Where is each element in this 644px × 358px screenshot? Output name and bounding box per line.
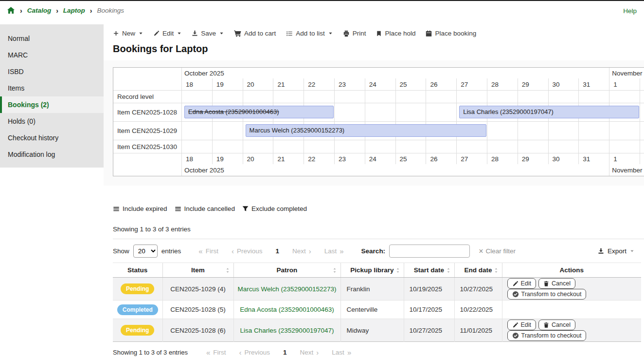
pagination-last[interactable]: Last» (324, 247, 344, 255)
edit-button[interactable]: Edit (507, 278, 537, 289)
new-button[interactable]: New (113, 30, 143, 37)
actions-cell (502, 301, 641, 319)
table-row: PendingCEN2025-1029 (4)Marcus Welch (235… (113, 278, 641, 301)
edit-button[interactable]: Edit (153, 30, 181, 37)
column-header-start-date[interactable]: Start date (404, 263, 454, 278)
edit-button[interactable]: Edit (507, 320, 537, 330)
place-booking-button[interactable]: Place booking (426, 30, 476, 37)
save-button[interactable]: Save (192, 30, 224, 37)
sidebar-item-bookings-2[interactable]: Bookings (2) (0, 96, 104, 113)
column-header-label: Patron (277, 266, 298, 274)
trash-icon (543, 281, 549, 287)
pagination-current-page[interactable]: 1 (283, 349, 287, 356)
sidebar-item-marc[interactable]: MARC (0, 47, 104, 63)
list-icon (286, 30, 293, 37)
add-to-list-button[interactable]: Add to list (286, 30, 332, 37)
sidebar-item-items[interactable]: Items (0, 80, 104, 96)
pagination-previous[interactable]: ‹Previous (232, 247, 263, 255)
home-icon[interactable] (7, 6, 15, 15)
exclude-completed-filter-button[interactable]: Exclude completed (242, 205, 307, 212)
pagination-label: Previous (237, 247, 263, 255)
timeline-day-label: 23 (334, 78, 365, 90)
toolbar-button-label: Save (201, 30, 216, 37)
include-expired-filter-button[interactable]: Include expired (113, 205, 167, 212)
transform-to-checkout-button[interactable]: Transform to checkout (507, 289, 587, 300)
timeline-day-label: 22 (304, 78, 334, 90)
filter-label: Include cancelled (184, 205, 235, 212)
pencil-icon (512, 281, 519, 287)
cancel-button[interactable]: Cancel (538, 320, 575, 330)
pagination-label: Last (324, 247, 337, 255)
pencil-icon (512, 322, 519, 328)
booking-bar[interactable]: Edna Acosta (23529001000463) (184, 106, 334, 118)
x-icon: × (479, 247, 483, 255)
double-chevron-right-icon: » (340, 247, 343, 255)
timeline-cell (578, 90, 609, 103)
pagination-last[interactable]: Last» (332, 349, 351, 356)
add-to-cart-button[interactable]: Add to cart (234, 30, 276, 37)
table-row: PendingCEN2025-1028 (6)Lisa Charles (235… (113, 319, 641, 342)
sort-icon (493, 267, 499, 275)
sidebar-item-normal[interactable]: Normal (0, 30, 104, 47)
timeline-cell (365, 140, 395, 153)
timeline-cell (640, 140, 644, 153)
timeline-day-label: 31 (578, 153, 609, 164)
timeline-cell (181, 90, 212, 103)
search-input[interactable] (389, 245, 470, 258)
pagination-current-page[interactable]: 1 (275, 247, 279, 255)
trash-icon (543, 322, 549, 328)
timeline-cell (181, 140, 212, 153)
timeline-panel: October 2025November18192021222324252627… (104, 60, 644, 186)
include-cancelled-filter-button[interactable]: Include cancelled (175, 205, 235, 212)
help-link[interactable]: Help (623, 7, 637, 15)
status-badge: Completed (117, 304, 158, 315)
pagination-label: Last (332, 349, 344, 356)
show-label: Show (113, 247, 129, 255)
pencil-icon (153, 30, 160, 37)
column-header-item[interactable]: Item (162, 263, 233, 278)
patron-link[interactable]: Lisa Charles (23529000197047) (240, 327, 334, 334)
print-button[interactable]: Print (343, 30, 366, 37)
page-title: Bookings for Laptop (113, 43, 644, 55)
timeline-day-label: 23 (334, 153, 365, 164)
bookings-timeline: October 2025November18192021222324252627… (113, 67, 644, 176)
breadcrumb-catalog[interactable]: Catalog (27, 7, 52, 14)
breadcrumb-laptop[interactable]: Laptop (63, 7, 85, 14)
sidebar-item-holds-0[interactable]: Holds (0) (0, 113, 104, 130)
double-chevron-left-icon: « (206, 349, 210, 356)
column-header-label: Start date (414, 266, 444, 274)
pagination-next[interactable]: Next› (292, 247, 311, 255)
timeline-cell (395, 103, 426, 121)
sidebar-item-isbd[interactable]: ISBD (0, 63, 104, 80)
booking-bar[interactable]: Lisa Charles (23529000197047) (459, 106, 639, 118)
double-chevron-right-icon: » (347, 349, 351, 356)
bookings-table: StatusItemPatronPickup libraryStart date… (113, 263, 641, 342)
page-length-select[interactable]: 20 (133, 245, 158, 258)
pagination-previous[interactable]: ‹Previous (239, 349, 270, 356)
export-button[interactable]: Export (595, 247, 637, 255)
end-date-cell: 10/22/2025 (454, 301, 502, 319)
pagination-first[interactable]: «First (198, 247, 218, 255)
pagination-next[interactable]: Next› (300, 349, 319, 356)
patron-link[interactable]: Edna Acosta (23529001000463) (240, 306, 334, 313)
clear-filter-button[interactable]: ×Clear filter (476, 247, 519, 256)
patron-link[interactable]: Marcus Welch (23529000152273) (237, 285, 336, 293)
caret-down-icon (328, 31, 333, 36)
timeline-day-label: 1 (609, 153, 640, 164)
start-date-cell: 10/19/2025 (404, 278, 454, 301)
column-header-end-date[interactable]: End date (454, 263, 502, 278)
booking-bar[interactable]: Marcus Welch (23529000152273) (246, 124, 486, 137)
timeline-day-label: 18 (181, 78, 212, 90)
pagination-first[interactable]: «First (206, 349, 226, 356)
transform-to-checkout-button[interactable]: Transform to checkout (507, 330, 587, 341)
check-circle-icon (512, 332, 519, 339)
column-header-pickup-library[interactable]: Pickup library (340, 263, 404, 278)
sidebar-item-modification-log[interactable]: Modification log (0, 146, 104, 163)
timeline-cell (365, 90, 395, 103)
cancel-button[interactable]: Cancel (538, 278, 575, 289)
sidebar-item-checkout-history[interactable]: Checkout history (0, 130, 104, 146)
timeline-day-label: 25 (395, 78, 426, 90)
column-header-patron[interactable]: Patron (233, 263, 340, 278)
filter-bar: Include expiredInclude cancelledExclude … (113, 205, 644, 212)
place-hold-button[interactable]: Place hold (376, 30, 415, 37)
